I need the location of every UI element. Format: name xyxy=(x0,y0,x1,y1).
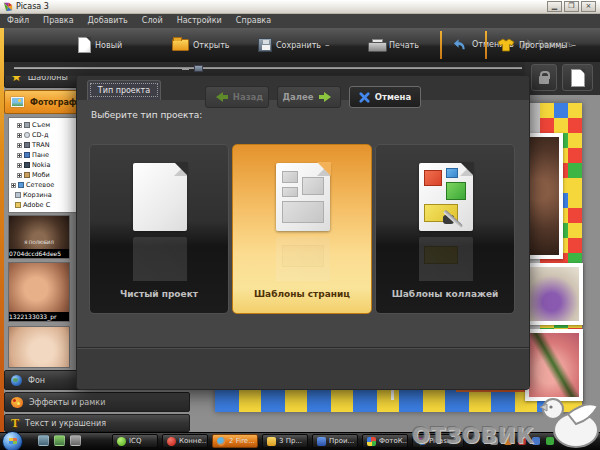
quicklaunch-icon[interactable] xyxy=(38,435,49,446)
expand-icon[interactable] xyxy=(17,153,22,158)
programs-label: Программы xyxy=(519,41,568,50)
phone-icon xyxy=(24,162,30,168)
menu-help[interactable]: Справка xyxy=(229,14,278,28)
photo-app-icon xyxy=(367,437,376,446)
dialog-prompt: Выберите тип проекта: xyxy=(91,110,202,120)
project-type-dialog: Тип проекта Выберите тип проекта: Чистый… xyxy=(76,75,530,390)
zoom-out-icon[interactable] xyxy=(182,68,189,70)
tree-item[interactable]: Пане xyxy=(11,150,77,160)
tree-item[interactable]: Съем xyxy=(11,120,77,130)
menubar: Файл Правка Добавить Слой Настройки Спра… xyxy=(0,14,600,28)
sidebar-item-text[interactable]: T Текст и украшения xyxy=(4,414,190,432)
programs-shirt-icon xyxy=(497,38,515,52)
baby-photo xyxy=(529,333,579,397)
next-label: Далее xyxy=(282,92,313,102)
print-button[interactable]: Печать xyxy=(368,33,419,57)
open-folder-icon xyxy=(172,39,189,51)
next-arrow-icon xyxy=(319,92,336,102)
menu-layer[interactable]: Слой xyxy=(135,14,170,28)
new-button[interactable]: Новый xyxy=(78,33,122,57)
cancel-x-icon xyxy=(359,92,370,103)
expand-icon[interactable] xyxy=(11,183,16,188)
connect-icon xyxy=(167,437,176,446)
photo-thumbnail[interactable] xyxy=(8,326,70,368)
taskbar-button-fotok[interactable]: ФотоК... xyxy=(362,434,408,448)
print-label: Печать xyxy=(389,41,419,50)
tree-item[interactable]: CD-д xyxy=(11,130,77,140)
save-button[interactable]: Сохранить – xyxy=(258,33,330,57)
option-label: Чистый проект xyxy=(90,289,228,299)
tree-item[interactable]: Корзина xyxy=(11,190,77,200)
next-button[interactable]: Далее xyxy=(277,86,341,108)
cancel-button[interactable]: Отмена xyxy=(349,86,421,108)
option-page-templates[interactable]: Шаблоны страниц xyxy=(232,144,372,314)
taskbar-button-folders[interactable]: 3 Пр... xyxy=(262,434,308,448)
menu-file[interactable]: Файл xyxy=(0,14,36,28)
cancel-label: Отмена xyxy=(375,92,411,102)
open-label: Открыть xyxy=(193,41,230,50)
back-button[interactable]: Назад xyxy=(205,86,269,108)
tab-project-type[interactable]: Тип проекта xyxy=(87,80,161,100)
open-button[interactable]: Открыть xyxy=(172,33,230,57)
save-dropdown-icon[interactable]: – xyxy=(325,40,330,50)
start-button[interactable] xyxy=(2,431,23,450)
window-title: Picasa 3 xyxy=(16,2,49,11)
quicklaunch-icon[interactable] xyxy=(70,435,81,446)
taskbar-button-firefox[interactable]: 2 Fire... xyxy=(212,434,258,448)
expand-icon[interactable] xyxy=(17,133,22,138)
photo-thumbnail[interactable]: 1322133033_pr xyxy=(8,262,70,322)
undo-arrow-icon xyxy=(452,37,468,52)
taskbar-button-connect[interactable]: Конне... xyxy=(162,434,208,448)
quicklaunch-icon[interactable] xyxy=(54,435,65,446)
expand-icon[interactable] xyxy=(17,173,22,178)
lock-icon xyxy=(539,76,549,84)
option-blank-project[interactable]: Чистый проект xyxy=(89,144,229,314)
tree-item[interactable]: Nokia xyxy=(11,160,77,170)
minimize-button[interactable]: ▁ xyxy=(547,1,562,12)
programs-button[interactable]: Программы – xyxy=(497,33,576,57)
network-icon xyxy=(18,182,24,188)
maximize-button[interactable]: ❐ xyxy=(564,1,579,12)
toolbar-separator xyxy=(440,31,442,59)
new-page-icon xyxy=(78,37,91,53)
photo-thumbnail[interactable]: Я ПОЛЮБИЛ 0704dccd64dee5 xyxy=(8,215,70,259)
baby-photo xyxy=(529,267,579,321)
menu-add[interactable]: Добавить xyxy=(81,14,135,28)
picasa-window: Picasa 3 ▁ ❐ × Файл Правка Добавить Слой… xyxy=(0,0,600,450)
print-printer-icon xyxy=(368,39,385,52)
expand-icon[interactable] xyxy=(17,163,22,168)
programs-dropdown-icon[interactable]: – xyxy=(572,40,577,50)
back-arrow-icon xyxy=(211,92,228,102)
menu-settings[interactable]: Настройки xyxy=(170,14,229,28)
tree-item[interactable]: TRAN xyxy=(11,140,77,150)
collage-photo[interactable] xyxy=(525,263,583,325)
tree-item[interactable]: Adobe C xyxy=(11,200,77,210)
taskbar-button-icq[interactable]: ICQ xyxy=(112,434,158,448)
close-button[interactable]: × xyxy=(581,1,596,12)
tree-item[interactable]: Моби xyxy=(11,170,77,180)
palette-icon xyxy=(11,397,23,408)
template-page-icon xyxy=(276,163,330,231)
sidebar-item-effects[interactable]: Эффекты и рамки xyxy=(4,392,190,412)
option-collage-templates[interactable]: Шаблоны коллажей xyxy=(375,144,515,314)
lock-button[interactable] xyxy=(531,64,557,91)
globe-icon xyxy=(11,375,22,386)
zoom-image-icon[interactable] xyxy=(194,65,203,72)
text-label: Текст и украшения xyxy=(25,419,106,428)
thumbnail-overlay-text: Я ПОЛЮБИЛ xyxy=(9,240,69,245)
titlebar: Picasa 3 ▁ ❐ × xyxy=(0,0,600,14)
option-label: Шаблоны коллажей xyxy=(376,289,514,299)
text-T-icon: T xyxy=(11,417,19,429)
panel-icon xyxy=(24,152,30,158)
taskbar-button-player[interactable]: Прои... xyxy=(312,434,358,448)
page-navigator-button[interactable] xyxy=(562,64,593,91)
expand-icon[interactable] xyxy=(17,123,22,128)
page-icon xyxy=(571,69,585,87)
tree-item[interactable]: Сетевое xyxy=(11,180,77,190)
blank-page-icon xyxy=(133,163,187,231)
menu-edit[interactable]: Правка xyxy=(36,14,80,28)
expand-icon[interactable] xyxy=(17,143,22,148)
usb-icon xyxy=(24,142,30,148)
zoom-slider[interactable] xyxy=(14,67,522,69)
collage-photo[interactable] xyxy=(525,329,583,401)
